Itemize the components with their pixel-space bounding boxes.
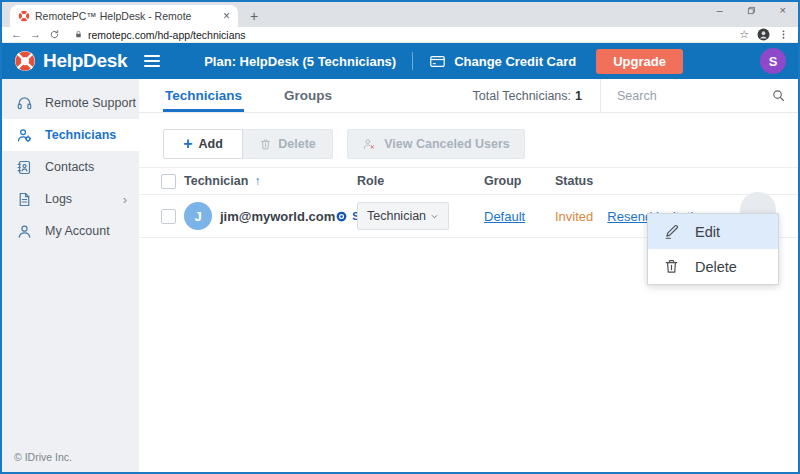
app-title: HelpDesk bbox=[43, 50, 127, 72]
menu-item-edit[interactable]: Edit bbox=[648, 214, 778, 249]
browser-profile-avatar[interactable] bbox=[757, 28, 770, 41]
close-tab-icon[interactable]: × bbox=[223, 10, 230, 22]
role-value: Technician bbox=[367, 209, 426, 223]
total-count: 1 bbox=[575, 89, 582, 103]
table-header: Technician ↑ Role Group Status bbox=[139, 167, 798, 195]
sidebar-label: Remote Support bbox=[45, 96, 136, 110]
close-window-icon[interactable]: × bbox=[780, 5, 786, 16]
refresh-icon[interactable] bbox=[49, 29, 60, 40]
bookmark-star-icon[interactable]: ☆ bbox=[739, 29, 749, 40]
pencil-icon bbox=[663, 223, 680, 240]
header-divider bbox=[412, 52, 413, 70]
delete-button-label: Delete bbox=[278, 137, 316, 151]
add-button-label: Add bbox=[199, 137, 223, 151]
total-label: Total Technicians: bbox=[473, 89, 571, 103]
role-select[interactable]: Technician bbox=[357, 202, 449, 230]
browser-navbar: ← → remotepc.com/hd-app/technicians ☆ bbox=[2, 27, 798, 43]
technician-avatar: J bbox=[184, 202, 212, 230]
select-all-checkbox[interactable] bbox=[161, 174, 176, 189]
sidebar-label: Contacts bbox=[45, 160, 94, 174]
credit-card-icon bbox=[429, 53, 446, 70]
plan-label: Plan: HelpDesk (5 Technicians) bbox=[204, 54, 396, 69]
menu-item-delete[interactable]: Delete bbox=[648, 249, 778, 284]
browser-tab-strip: RemotePC™ HelpDesk - Remote × + – × bbox=[2, 2, 798, 27]
delete-button[interactable]: Delete bbox=[243, 129, 333, 159]
change-credit-card-button[interactable]: Change Credit Card bbox=[429, 53, 576, 70]
lock-icon bbox=[74, 30, 83, 39]
browser-menu-dots-icon[interactable] bbox=[778, 29, 789, 40]
search-input[interactable] bbox=[617, 89, 763, 103]
column-technician[interactable]: Technician bbox=[184, 174, 248, 188]
plus-icon: + bbox=[183, 136, 192, 152]
row-context-menu: Edit Delete bbox=[647, 213, 779, 285]
menu-item-label: Edit bbox=[695, 224, 720, 240]
back-icon[interactable]: ← bbox=[11, 29, 22, 40]
sidebar: Remote Support Technicians Contacts bbox=[2, 79, 139, 472]
sidebar-item-logs[interactable]: Logs › bbox=[2, 183, 139, 215]
user-avatar[interactable]: S bbox=[760, 48, 786, 74]
status-badge: Invited bbox=[555, 209, 593, 224]
sidebar-item-my-account[interactable]: My Account bbox=[2, 215, 139, 247]
minimize-window-icon[interactable]: – bbox=[716, 5, 722, 16]
tab-groups[interactable]: Groups bbox=[282, 79, 334, 112]
copyright-text: © IDrive Inc. bbox=[14, 451, 72, 463]
search-box bbox=[600, 79, 798, 112]
contacts-icon bbox=[16, 159, 33, 176]
upgrade-button[interactable]: Upgrade bbox=[596, 49, 683, 74]
user-icon bbox=[16, 223, 33, 240]
forward-icon[interactable]: → bbox=[30, 29, 41, 40]
add-button[interactable]: + Add bbox=[163, 129, 243, 159]
section-tab-bar: Technicians Groups Total Technicians: 1 bbox=[139, 79, 798, 113]
view-canceled-label: View Canceled Users bbox=[384, 137, 510, 151]
column-role: Role bbox=[357, 174, 484, 188]
chevron-right-icon: › bbox=[123, 192, 127, 207]
sidebar-item-contacts[interactable]: Contacts bbox=[2, 151, 139, 183]
new-tab-button[interactable]: + bbox=[250, 9, 258, 23]
sidebar-label: Technicians bbox=[45, 128, 116, 142]
restore-window-icon[interactable] bbox=[747, 6, 756, 15]
column-status: Status bbox=[555, 174, 798, 188]
group-link[interactable]: Default bbox=[484, 209, 525, 224]
sidebar-label: My Account bbox=[45, 224, 110, 238]
browser-tab[interactable]: RemotePC™ HelpDesk - Remote × bbox=[10, 5, 238, 27]
sso-ring-icon bbox=[335, 210, 348, 223]
menu-item-label: Delete bbox=[695, 259, 737, 275]
lifebuoy-favicon-icon bbox=[18, 10, 30, 22]
total-technicians: Total Technicians: 1 bbox=[473, 79, 600, 112]
column-group: Group bbox=[484, 174, 555, 188]
helpdesk-logo-icon bbox=[14, 50, 36, 72]
logs-icon bbox=[16, 191, 33, 208]
actions-toolbar: + Add Delete View Canceled Users bbox=[139, 113, 798, 159]
person-x-icon bbox=[362, 137, 376, 151]
hamburger-menu-icon[interactable] bbox=[144, 55, 160, 67]
tab-title: RemotePC™ HelpDesk - Remote bbox=[35, 10, 218, 22]
sort-up-icon[interactable]: ↑ bbox=[254, 174, 260, 188]
sidebar-item-remote-support[interactable]: Remote Support bbox=[2, 87, 139, 119]
url-text: remotepc.com/hd-app/technicians bbox=[88, 29, 246, 41]
tab-technicians[interactable]: Technicians bbox=[163, 79, 244, 112]
headset-icon bbox=[16, 95, 33, 112]
sidebar-label: Logs bbox=[45, 192, 72, 206]
technician-email: jim@myworld.com bbox=[220, 209, 335, 224]
trash-icon bbox=[663, 258, 680, 275]
view-canceled-users-button[interactable]: View Canceled Users bbox=[347, 129, 525, 159]
address-bar[interactable]: remotepc.com/hd-app/technicians bbox=[68, 29, 731, 41]
search-icon[interactable] bbox=[771, 88, 786, 103]
row-checkbox[interactable] bbox=[161, 209, 176, 224]
chevron-down-icon bbox=[430, 212, 439, 221]
technician-icon bbox=[16, 127, 33, 144]
sidebar-item-technicians[interactable]: Technicians bbox=[2, 119, 139, 151]
change-credit-card-label: Change Credit Card bbox=[454, 54, 576, 69]
trash-icon bbox=[259, 138, 272, 151]
app-header: HelpDesk Plan: HelpDesk (5 Technicians) … bbox=[2, 43, 798, 79]
